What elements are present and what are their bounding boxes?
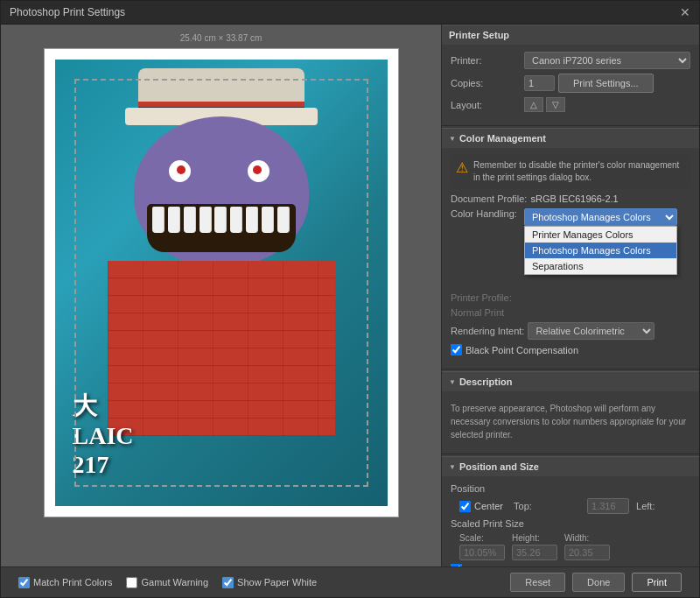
tooth [277, 207, 290, 233]
option-photoshop-manages[interactable]: Photoshop Manages Colors [525, 243, 676, 258]
printer-select[interactable]: Canon iP7200 series [524, 52, 690, 69]
tooth [214, 207, 227, 233]
graffiti-text: 大 LAIC 217 [73, 391, 134, 480]
description-content: To preserve appearance, Photoshop will p… [442, 391, 699, 452]
top-input[interactable] [587, 498, 629, 514]
left-label: Left: [636, 501, 699, 511]
tooth [152, 207, 164, 233]
divider-3 [442, 454, 699, 454]
title-bar: Photoshop Print Settings ✕ [1, 1, 699, 25]
rendering-intent-select[interactable]: Relative Colorimetric [528, 322, 654, 340]
option-printer-manages[interactable]: Printer Manages Colors [525, 227, 676, 243]
width-input[interactable] [564, 545, 610, 560]
warning-icon: ⚠ [456, 159, 468, 176]
print-settings-button[interactable]: Print Settings... [558, 74, 654, 93]
scale-input[interactable] [459, 545, 505, 560]
tooth [246, 207, 258, 233]
eye-right [248, 160, 270, 182]
center-row: Center Top: Left: [451, 498, 690, 514]
width-col-label: Width: [564, 533, 610, 543]
center-checkbox[interactable] [459, 501, 471, 512]
doc-profile-value: sRGB IEC61966-2.1 [530, 193, 618, 204]
tooth [230, 207, 242, 233]
position-size-label: Position and Size [459, 461, 539, 472]
layout-field-row: Layout: △ ▽ [451, 97, 690, 112]
preview-panel: 25.40 cm × 33.87 cm [1, 25, 441, 566]
window-title: Photoshop Print Settings [10, 6, 125, 18]
scaled-print-label-row: Scaled Print Size [451, 518, 690, 529]
body-brick [108, 261, 335, 436]
position-size-content: Position Center Top: Left: Scaled Print … [442, 476, 699, 566]
height-col: Height: [512, 533, 557, 560]
black-point-checkbox[interactable] [451, 344, 462, 355]
layout-portrait-button[interactable]: △ [524, 97, 543, 112]
right-panel: Printer Setup Printer: Canon iP7200 seri… [441, 25, 699, 566]
normal-print-label: Normal Print [451, 307, 521, 318]
divider-2 [442, 369, 699, 369]
dialog-window: Photoshop Print Settings ✕ 25.40 cm × 33… [0, 0, 700, 598]
warning-text: Remember to disable the printer's color … [473, 159, 685, 184]
show-paper-white-item[interactable]: Show Paper White [222, 577, 317, 588]
top-label: Top: [514, 501, 584, 511]
rendering-intent-row: Rendering Intent: Relative Colorimetric [451, 322, 690, 340]
main-content: 25.40 cm × 33.87 cm [1, 25, 699, 566]
printer-profile-label: Printer Profile: [451, 292, 521, 303]
tooth [200, 207, 212, 233]
graffiti-line1: 大 [73, 391, 134, 421]
printer-setup-content: Printer: Canon iP7200 series Copies: Pri… [442, 45, 699, 123]
reset-button[interactable]: Reset [510, 573, 565, 592]
layout-landscape-button[interactable]: ▽ [546, 97, 565, 112]
color-management-header[interactable]: ▼ Color Management [442, 128, 699, 148]
option-separations[interactable]: Separations [525, 258, 676, 274]
pos-arrow: ▼ [449, 463, 456, 471]
show-paper-white-checkbox[interactable] [222, 577, 234, 588]
color-management-label: Color Management [459, 133, 546, 144]
divider-1 [442, 125, 699, 126]
gamut-warning-label: Gamut Warning [141, 577, 208, 587]
warning-box: ⚠ Remember to disable the printer's colo… [451, 155, 690, 188]
preview-image-container: 大 LAIC 217 [44, 48, 399, 517]
layout-buttons: △ ▽ [524, 97, 565, 112]
bottom-bar: Match Print Colors Gamut Warning Show Pa… [1, 566, 699, 597]
description-label: Description [459, 376, 513, 387]
preview-size-label: 25.40 cm × 33.87 cm [180, 33, 262, 43]
position-size-header[interactable]: ▼ Position and Size [442, 456, 699, 476]
position-label: Position [451, 483, 521, 494]
printer-label: Printer: [451, 55, 521, 66]
copies-input[interactable] [524, 75, 555, 91]
pupil-left [177, 165, 186, 174]
close-button[interactable]: ✕ [680, 6, 690, 18]
height-input[interactable] [512, 545, 557, 560]
match-print-colors-checkbox[interactable] [18, 577, 30, 588]
printer-setup-label: Printer Setup [449, 30, 509, 40]
color-handling-dropdown-container: Photoshop Manages Colors Printer Manages… [524, 208, 677, 226]
graffiti-line3: 217 [73, 450, 134, 480]
bottom-buttons: Reset Done Print [510, 573, 682, 592]
gamut-warning-item[interactable]: Gamut Warning [126, 577, 208, 588]
printer-setup-header[interactable]: Printer Setup [442, 25, 699, 45]
printer-field-row: Printer: Canon iP7200 series [451, 52, 690, 69]
color-handling-label: Color Handling: [451, 208, 521, 219]
pupil-right [253, 165, 262, 174]
tooth [184, 207, 196, 233]
layout-label: Layout: [451, 100, 521, 110]
color-handling-select[interactable]: Photoshop Manages Colors [524, 208, 677, 226]
match-print-colors-label: Match Print Colors [33, 577, 112, 587]
copies-field-row: Copies: Print Settings... [451, 74, 690, 93]
done-button[interactable]: Done [572, 573, 625, 592]
match-print-colors-item[interactable]: Match Print Colors [18, 577, 112, 588]
size-fields-row: Scale: Height: Width: [459, 533, 690, 560]
color-management-content: ⚠ Remember to disable the printer's colo… [442, 148, 699, 367]
scale-col: Scale: [459, 533, 505, 560]
height-col-label: Height: [512, 533, 557, 543]
printer-profile-row: Printer Profile: [451, 292, 690, 303]
description-text: To preserve appearance, Photoshop will p… [451, 398, 690, 445]
graffiti-line2: LAIC [73, 421, 134, 451]
description-header[interactable]: ▼ Description [442, 371, 699, 391]
eye-left [169, 160, 191, 182]
print-button[interactable]: Print [632, 573, 682, 592]
copies-label: Copies: [451, 78, 521, 88]
gamut-warning-checkbox[interactable] [126, 577, 137, 588]
black-point-row: Black Point Compensation [451, 344, 690, 355]
rendering-intent-label: Rendering Intent: [451, 326, 524, 336]
